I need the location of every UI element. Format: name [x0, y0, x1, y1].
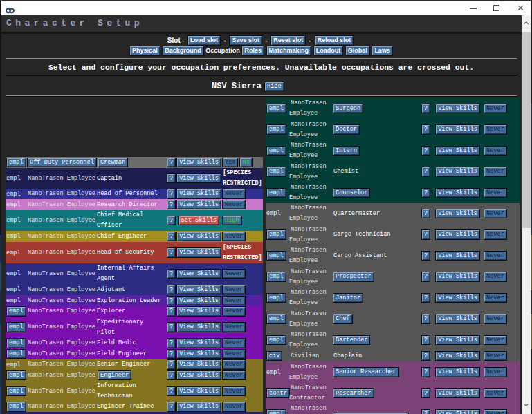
hide-button[interactable]: Hide [264, 82, 284, 92]
level-never-button[interactable]: Never [484, 104, 507, 114]
help-button[interactable]: ? [167, 158, 176, 168]
faction-abbr-button[interactable]: empl [6, 402, 26, 412]
job-title-button[interactable]: Intern [333, 146, 360, 156]
skills-button[interactable]: View Skills [435, 367, 480, 377]
faction-abbr-button[interactable]: empl [266, 293, 286, 303]
tab-background[interactable]: Background [162, 46, 204, 56]
faction-name-button[interactable]: Off-Duty Personnel [27, 158, 97, 168]
level-never-button[interactable]: Never [484, 293, 507, 303]
faction-abbr-button[interactable]: empl [266, 251, 286, 261]
help-button[interactable]: ? [421, 367, 430, 377]
skills-button[interactable]: View Skills [176, 322, 221, 332]
faction-abbr-button[interactable]: empl [6, 306, 26, 317]
level-never-button[interactable]: Never [484, 167, 507, 177]
level-high-button[interactable]: High [222, 216, 242, 226]
faction-abbr-button[interactable]: empl [266, 335, 286, 346]
faction-abbr-button[interactable]: empl [6, 386, 26, 397]
skills-button[interactable]: View Skills [435, 314, 480, 324]
job-title-button[interactable]: Bartender [333, 335, 370, 346]
help-button[interactable]: ? [167, 349, 176, 359]
tab-global[interactable]: Global [345, 46, 370, 56]
skills-button[interactable]: View Skills [435, 351, 480, 361]
job-title-button[interactable]: Crewman [98, 158, 128, 168]
help-button[interactable]: ? [167, 359, 176, 370]
job-title-button[interactable]: Doctor [333, 124, 360, 135]
faction-abbr-button[interactable]: empl [6, 370, 26, 381]
tab-loadout[interactable]: Loadout [313, 46, 344, 56]
help-button[interactable]: ? [167, 306, 176, 317]
help-button[interactable]: ? [421, 188, 430, 198]
level-never-button[interactable]: Never [222, 269, 246, 279]
job-title-button[interactable]: Researcher [333, 388, 374, 399]
skills-button[interactable]: View Skills [435, 388, 480, 399]
skills-button[interactable]: View Skills [176, 349, 221, 359]
job-title-button[interactable]: Surgeon [333, 104, 363, 114]
faction-abbr-button[interactable]: empl [6, 322, 26, 332]
skills-button[interactable]: View Skills [176, 306, 221, 317]
skills-button[interactable]: View Skills [176, 173, 221, 184]
help-button[interactable]: ? [167, 189, 176, 199]
help-button[interactable]: ? [421, 251, 430, 261]
skills-button[interactable]: View Skills [176, 232, 221, 242]
scrollbar-thumb[interactable] [522, 32, 531, 228]
help-button[interactable]: ? [167, 370, 176, 381]
help-button[interactable]: ? [167, 200, 176, 210]
faction-abbr-button[interactable]: empl [266, 124, 286, 135]
help-button[interactable]: ? [167, 216, 176, 226]
skills-button[interactable]: View Skills [435, 167, 480, 177]
help-button[interactable]: ? [421, 209, 430, 219]
faction-abbr-button[interactable]: empl [6, 338, 26, 348]
skills-button[interactable]: View Skills [435, 409, 480, 414]
level-never-button[interactable]: Never [222, 306, 246, 317]
skills-button[interactable]: View Skills [435, 293, 480, 303]
skills-button[interactable]: View Skills [435, 188, 480, 198]
vertical-scrollbar[interactable] [522, 15, 531, 414]
faction-abbr-button[interactable]: empl [266, 229, 286, 240]
skills-button[interactable]: View Skills [176, 158, 221, 168]
help-button[interactable]: ? [421, 104, 430, 114]
level-never-button[interactable]: Never [484, 124, 507, 135]
faction-abbr-button[interactable]: empl [266, 409, 286, 414]
level-never-button[interactable]: Never [222, 200, 246, 210]
scroll-down-button[interactable] [522, 397, 531, 414]
level-never-button[interactable]: Never [222, 370, 246, 381]
faction-abbr-button[interactable]: empl [266, 188, 286, 198]
faction-abbr-button[interactable]: empl [266, 146, 286, 156]
close-button[interactable]: ✕ [514, 1, 528, 16]
help-button[interactable]: ? [421, 146, 430, 156]
skills-button[interactable]: View Skills [176, 296, 221, 306]
skills-button[interactable]: View Skills [435, 104, 480, 114]
skills-button[interactable]: View Skills [176, 269, 221, 279]
maximize-button[interactable] [490, 1, 504, 16]
help-button[interactable]: ? [167, 247, 176, 258]
tab-physical[interactable]: Physical [129, 46, 160, 56]
faction-abbr-button[interactable]: empl [266, 167, 286, 177]
level-never-button[interactable]: Never [222, 322, 246, 332]
skills-button[interactable]: Set Skills [178, 216, 220, 226]
faction-abbr-button[interactable]: empl [266, 104, 286, 114]
help-button[interactable]: ? [167, 386, 176, 397]
help-button[interactable]: ? [167, 296, 176, 306]
help-button[interactable]: ? [167, 173, 176, 184]
level-never-button[interactable]: Never [484, 272, 507, 282]
level-never-button[interactable]: Never [484, 335, 507, 346]
level-never-button[interactable]: Never [222, 359, 246, 370]
job-title-button[interactable]: Engineer [98, 370, 131, 381]
level-never-button[interactable]: Never [222, 349, 246, 359]
level-never-button[interactable]: Never [222, 386, 246, 397]
level-never-button[interactable]: Never [484, 351, 507, 361]
job-title-button[interactable]: Chef [333, 314, 353, 324]
skills-button[interactable]: View Skills [435, 146, 480, 156]
skills-button[interactable]: View Skills [176, 402, 221, 412]
help-button[interactable]: ? [421, 314, 430, 324]
skills-button[interactable]: View Skills [435, 229, 480, 240]
help-button[interactable]: ? [421, 335, 430, 346]
level-never-button[interactable]: Never [484, 146, 507, 156]
toolbar-button-load-slot[interactable]: Load slot [187, 35, 221, 46]
help-button[interactable]: ? [167, 232, 176, 242]
help-button[interactable]: ? [421, 167, 430, 177]
skills-button[interactable]: View Skills [435, 124, 480, 135]
faction-abbr-button[interactable]: civ [266, 351, 282, 361]
skills-button[interactable]: View Skills [176, 189, 221, 199]
help-button[interactable]: ? [167, 322, 176, 332]
